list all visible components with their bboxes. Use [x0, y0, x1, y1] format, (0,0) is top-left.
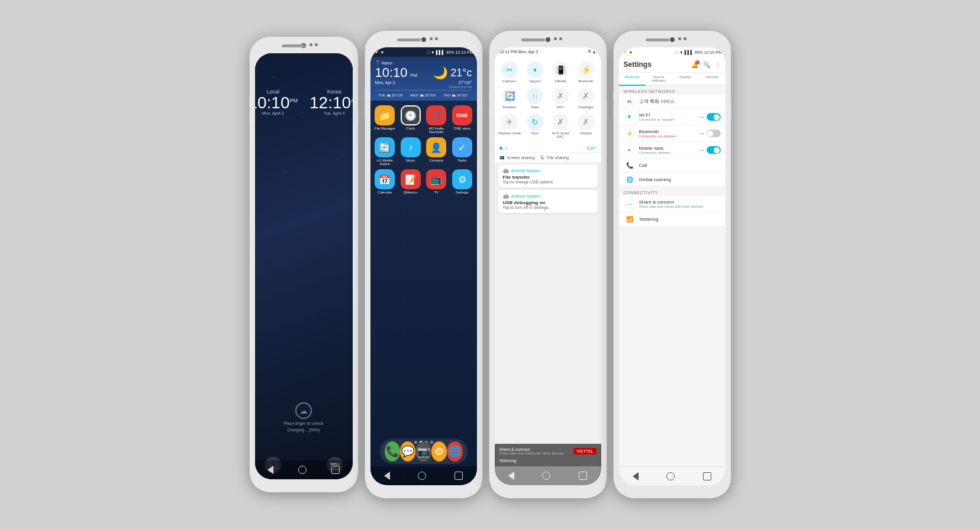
app-tasks[interactable]: ✓ Tasks	[451, 137, 473, 166]
dock-themes[interactable]: ⚙	[431, 441, 447, 462]
vol-down-button-3[interactable]	[489, 105, 489, 117]
vol-up-button-2[interactable]	[365, 90, 365, 102]
qt-rotation[interactable]: 🔄 Rotation	[497, 85, 523, 111]
dock-chrome[interactable]: 🌐	[447, 441, 462, 462]
settings-gear-icon[interactable]: ⚙	[588, 49, 591, 54]
tz-date-korea: Tue, April 4	[310, 111, 353, 115]
fingerprint-icon[interactable]: ☁	[295, 402, 312, 419]
tethering-item[interactable]: Tethering	[499, 459, 597, 463]
app-music[interactable]: ♪ Music	[399, 137, 422, 166]
moon-icon: 🌙	[433, 66, 448, 80]
power-button-3[interactable]	[607, 102, 607, 120]
vol-up-button-3[interactable]	[489, 90, 489, 102]
home-screen: ⚡ ▼ □ ▼ ▌▌▌ 36% 10:10 PM 📍 Hanoi	[370, 47, 477, 485]
app-hd-audio[interactable]: 🎵 HD Audio Recorder	[425, 105, 448, 134]
app-settings[interactable]: ⚙ Settings	[451, 169, 473, 194]
notif-title-1: File transfer	[503, 175, 593, 180]
tab-networks[interactable]: Networks	[619, 73, 646, 86]
vol-down-button[interactable]	[249, 111, 250, 123]
qt-bluetooth[interactable]: ⚡ Bluetooth	[573, 59, 599, 85]
lock-tz-local: Local 10:10PM Mon, April 3	[255, 89, 298, 115]
app-calendar[interactable]: 📅 Calendar	[374, 169, 396, 194]
dock-messages[interactable]: 💬	[400, 441, 415, 462]
notif-file-transfer[interactable]: 🤖 Android System File transfer Tap to ch…	[498, 164, 598, 188]
app-clock[interactable]: 🕙 Clock	[399, 105, 422, 134]
more-icon-settings[interactable]: ⋮	[715, 62, 721, 68]
settings-item-share[interactable]: ↔ Share & connect Share data and media w…	[619, 196, 726, 212]
vol-up-button[interactable]	[249, 96, 250, 108]
qa-screen-sharing[interactable]: 📺 Screen sharing	[499, 155, 535, 160]
vol-up-button-4[interactable]	[613, 90, 614, 102]
data-more-icon[interactable]: •••	[699, 148, 704, 152]
qt-hotspot[interactable]: ✗ Hotspot	[573, 111, 599, 141]
back-button-1[interactable]	[267, 466, 273, 474]
qt-vibrate[interactable]: 📳 Vibrate	[548, 59, 573, 85]
settings-title-row: Settings 🔔 1 🔍 ⋮	[624, 60, 721, 69]
app-lg-switch[interactable]: 🔄 LG Mobile Switch	[374, 137, 396, 166]
app-one-store[interactable]: ONE ONE store	[451, 105, 473, 134]
power-button-2[interactable]	[482, 102, 483, 120]
weather-widget[interactable]: 📍 Hanoi 10:10 PM 🌙 21°c	[370, 57, 477, 101]
home-button-4[interactable]	[666, 472, 675, 480]
home-button-1[interactable]	[298, 466, 307, 474]
qt-label-nguyen: nguyen	[529, 79, 541, 83]
nav-bar-1	[255, 460, 353, 479]
vol-down-button-4[interactable]	[613, 105, 614, 117]
app-icon-tasks: ✓	[452, 137, 472, 157]
qt-label-airplane: Airplane mode	[498, 131, 521, 135]
app-icon-settings: ⚙	[452, 169, 472, 189]
search-icon-settings[interactable]: 🔍	[703, 62, 710, 68]
tab-general[interactable]: General	[699, 73, 726, 86]
mobile-data-toggle[interactable]	[707, 146, 721, 154]
qt-hifi[interactable]: ✗ Hi-Fi Quad DAC	[548, 111, 573, 141]
app-file-manager[interactable]: 📁 File Manager	[374, 105, 396, 134]
recents-button-4[interactable]	[703, 472, 711, 480]
bt-more-icon[interactable]: •••	[699, 131, 704, 136]
tab-display[interactable]: Display	[672, 73, 699, 86]
dock-camera[interactable]: 📷	[415, 441, 431, 462]
bell-icon[interactable]: 🔔 1	[691, 62, 698, 68]
qt-nguyen[interactable]: ▼ nguyen	[523, 59, 548, 85]
settings-item-call[interactable]: 📞 Call	[619, 159, 726, 173]
back-button-4[interactable]	[633, 472, 639, 480]
wifi-toggle[interactable]	[707, 113, 721, 121]
app-tv[interactable]: 📺 TV	[425, 169, 448, 194]
recents-button-3[interactable]	[579, 472, 587, 480]
wifi-more-icon[interactable]: •••	[699, 115, 704, 119]
settings-item-bluetooth[interactable]: ⚡ Bluetooth Connection not allowed •••	[619, 125, 726, 142]
recents-button-2[interactable]	[454, 472, 463, 480]
back-button-3[interactable]	[508, 472, 514, 480]
qt-capture[interactable]: ✂ Capture+	[497, 59, 523, 85]
settings-item-mobile-data[interactable]: ● Mobile data Connection allowed •••	[619, 142, 726, 159]
power-button[interactable]	[358, 108, 359, 125]
settings-item-tethering[interactable]: 📶 Tethering	[619, 212, 726, 227]
qt-nfc[interactable]: ✗ NFC	[548, 85, 573, 111]
settings-item-wifi[interactable]: ▼ Wi-Fi Connected to "nguyen" •••	[619, 109, 726, 125]
bluetooth-toggle[interactable]	[707, 130, 721, 137]
qa-file-sharing[interactable]: 📡 File sharing	[540, 155, 569, 160]
share-text: Share & connect Share data and media wit…	[639, 199, 721, 208]
settings-item-roaming[interactable]: 🌐 Global roaming	[619, 173, 726, 187]
app-icon-music: ♪	[401, 137, 421, 157]
power-button-4[interactable]	[731, 102, 731, 120]
qt-icon-hifi: ✗	[552, 114, 569, 130]
qt-airplane[interactable]: ✈ Airplane mode	[497, 111, 523, 141]
qt-sync[interactable]: ↻ Sync	[523, 111, 548, 141]
tab-sound[interactable]: Sound & notification	[646, 73, 672, 86]
qt-flashlight[interactable]: ✗ Flashlight	[573, 85, 599, 111]
notif-bottom-panel: Share & connect Share data and media wit…	[495, 444, 601, 466]
home-button-2[interactable]	[418, 472, 426, 480]
expand-icon[interactable]: ▲	[592, 50, 597, 54]
back-button-2[interactable]	[384, 472, 390, 480]
home-button-3[interactable]	[542, 472, 550, 480]
settings-item-kt[interactable]: kt 고객 특화 서비스	[619, 95, 726, 109]
recents-button-1[interactable]	[331, 466, 340, 474]
app-qmemo[interactable]: 📝 QMemo+	[399, 169, 422, 194]
edit-button[interactable]: EDIT	[587, 146, 597, 150]
weather-forecast: TUE ⛅ 25°/19° WED ⛅ 25°/19° THU ⛅ 29°/21…	[375, 90, 472, 97]
app-contacts[interactable]: 👤 Contacts	[425, 137, 448, 166]
vol-down-button-2[interactable]	[365, 105, 365, 117]
qt-data[interactable]: ↑↓ Data	[523, 85, 548, 111]
dock-phone[interactable]: 📞	[385, 441, 400, 462]
notif-usb-debug[interactable]: 🤖 Android System USB debugging on Tap to…	[498, 190, 598, 213]
